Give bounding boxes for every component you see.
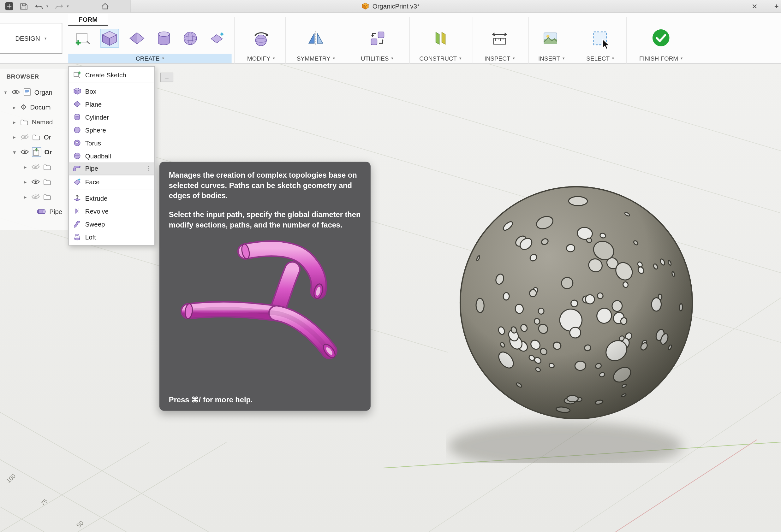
caret-right-icon[interactable]: ▸ [23,164,28,170]
toolbar-separator [409,17,410,64]
eye-off-icon[interactable] [31,194,40,200]
insert-tool-button[interactable] [541,29,560,48]
menu-item-revolve[interactable]: Revolve [69,205,154,217]
extrude-icon [73,194,81,203]
form-body-icon [33,148,41,156]
menu-item-face[interactable]: Face [69,175,154,188]
menu-item-pipe[interactable]: Pipe ⋮ [69,162,154,175]
app-window: 100 75 50 [0,0,781,532]
sphere-icon [73,126,81,134]
toolbar-group-select[interactable]: SELECT ▾ [579,54,621,63]
menu-item-torus[interactable]: Torus [69,136,154,149]
pipe-icon [37,209,46,215]
box-tool-button[interactable] [100,29,119,48]
toolbar-separator [346,17,346,64]
document-title: OrganicPrint v3* [372,3,419,10]
toolbar-group-insert[interactable]: INSERT ▾ [530,54,573,63]
folder-icon [43,164,51,170]
menu-item-label: Box [85,87,96,95]
inspect-tool-button[interactable] [490,29,509,48]
pipe-preview-image [169,238,361,370]
tab-form[interactable]: FORM [68,14,108,26]
tooltip-footer: Press ⌘/ for more help. [169,395,253,404]
caret-right-icon[interactable]: ▸ [23,179,28,184]
browser-minimize-button[interactable]: – [160,73,173,82]
toolbar-group-create[interactable]: CREATE ▾ [68,54,232,63]
quadball-icon [73,151,81,160]
toolbar-group-finish-form[interactable]: FINISH FORM ▾ [628,54,693,63]
group-label: FINISH FORM [639,55,678,62]
menu-item-sweep[interactable]: Sweep [69,217,154,230]
caret-right-icon[interactable]: ▸ [12,134,17,139]
toolbar-separator [579,17,579,64]
model-3d[interactable] [446,179,710,463]
eye-off-icon[interactable] [31,164,40,170]
eye-icon[interactable] [20,149,29,155]
chevron-down-icon: ▾ [563,56,565,60]
caret-down-icon[interactable]: ▾ [3,89,8,95]
chevron-down-icon: ▾ [162,56,164,60]
close-tab-icon[interactable]: ✕ [748,0,761,12]
construct-tool-button[interactable] [431,29,450,48]
model-shadow [448,422,683,463]
new-tab-icon[interactable]: + [772,0,781,12]
menu-item-plane[interactable]: Plane [69,97,154,110]
menu-item-label: Create Sketch [85,71,126,79]
toolbar-group-inspect[interactable]: INSPECT ▾ [476,54,523,63]
overflow-icon[interactable]: ⋮ [146,165,152,172]
eye-off-icon[interactable] [20,134,29,140]
toolbar-separator [234,17,235,64]
menu-item-loft[interactable]: Loft [69,231,154,243]
caret-right-icon[interactable]: ▸ [23,194,28,200]
sphere-tool-button[interactable] [181,29,200,48]
toolbar-group-utilities[interactable]: UTILITIES ▾ [350,54,404,63]
folder-icon [43,193,51,200]
titlebar: ▾ ▾ OrganicPrint v3* ✕ + [0,0,781,13]
chevron-down-icon: ▾ [391,56,393,60]
eye-icon[interactable] [31,179,40,185]
chevron-down-icon: ▾ [612,56,614,60]
caret-right-icon[interactable]: ▸ [12,104,17,110]
gear-icon: ⚙ [20,103,27,111]
design-workspace-dropdown[interactable]: DESIGN ▾ [0,23,62,54]
modify-tool-button[interactable] [252,29,271,48]
toolbar-group-symmetry[interactable]: SYMMETRY ▾ [291,54,341,63]
chevron-down-icon: ▾ [273,56,275,60]
voronoi-sphere-model[interactable] [460,187,692,419]
menu-item-box[interactable]: Box [69,85,154,97]
utilities-tool-button[interactable] [368,29,387,48]
folder-icon [20,119,29,125]
menu-item-create-sketch[interactable]: Create Sketch [69,68,154,81]
menu-item-label: Revolve [85,207,109,215]
toolbar-group-modify[interactable]: MODIFY ▾ [239,54,283,63]
menu-item-quadball[interactable]: Quadball [69,149,154,162]
finish-form-button[interactable] [651,28,671,48]
menu-item-label: Face [85,178,100,185]
eye-icon[interactable] [11,89,20,95]
caret-down-icon[interactable]: ▾ [12,149,17,154]
chevron-down-icon: ▾ [44,36,46,40]
menu-item-cylinder[interactable]: Cylinder [69,110,154,123]
tree-item-label: Named [32,118,53,126]
group-label: UTILITIES [361,55,388,62]
caret-right-icon[interactable]: ▸ [12,119,17,125]
tooltip-paragraph-1: Manages the creation of complex topologi… [169,170,361,201]
toolbar-group-construct[interactable]: CONSTRUCT ▾ [412,54,468,63]
toolbar: DESIGN ▾ FORM [0,13,781,64]
plane-tool-button[interactable] [128,29,147,48]
symmetry-tool-button[interactable] [306,29,325,48]
menu-item-label: Torus [85,139,101,147]
chevron-down-icon: ▾ [459,56,461,60]
cylinder-tool-button[interactable] [154,29,173,48]
menu-item-sphere[interactable]: Sphere [69,123,154,136]
create-sketch-button[interactable] [73,29,91,48]
tree-item-label: Organ [34,88,52,96]
revolve-icon [73,207,81,216]
menu-item-extrude[interactable]: Extrude [69,191,154,205]
document-title-area: OrganicPrint v3* [0,0,781,12]
face-tool-button[interactable] [208,29,227,48]
group-label: CREATE [136,55,159,62]
pipe-icon [73,164,81,173]
toolbar-separator [472,17,473,64]
document-cube-icon [362,3,369,10]
